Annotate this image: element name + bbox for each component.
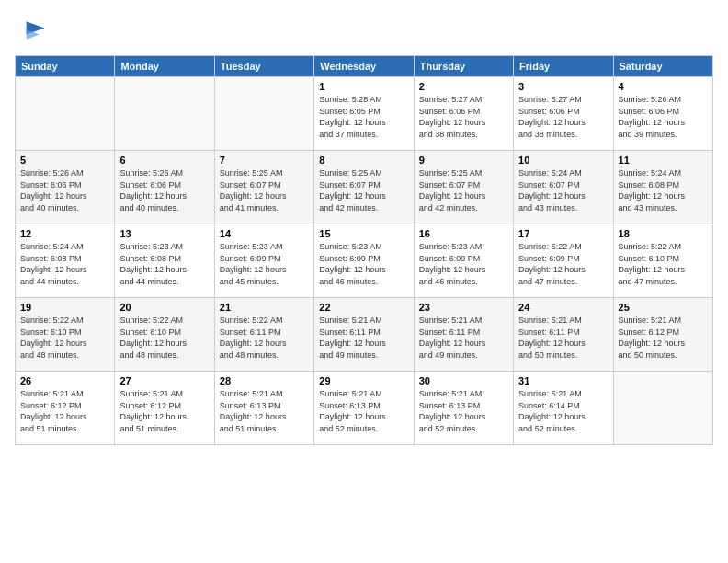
calendar-cell: 21Sunrise: 5:22 AMSunset: 6:11 PMDayligh… [214,298,313,372]
cell-info: Sunrise: 5:23 AMSunset: 6:09 PMDaylight:… [419,241,508,287]
day-number: 20 [119,302,209,313]
day-number: 9 [419,155,508,166]
day-number: 7 [220,155,309,166]
calendar-cell [16,77,115,151]
calendar-week-3: 12Sunrise: 5:24 AMSunset: 6:08 PMDayligh… [16,224,713,298]
cell-info: Sunrise: 5:21 AMSunset: 6:14 PMDaylight:… [518,388,608,434]
cell-info: Sunrise: 5:21 AMSunset: 6:11 PMDaylight:… [319,315,408,361]
calendar-cell: 1Sunrise: 5:28 AMSunset: 6:05 PMDaylight… [314,77,414,151]
calendar-cell: 9Sunrise: 5:25 AMSunset: 6:07 PMDaylight… [414,151,513,224]
logo-icon [15,15,48,48]
day-number: 25 [619,302,708,313]
cell-info: Sunrise: 5:21 AMSunset: 6:13 PMDaylight:… [419,388,508,434]
calendar-cell: 11Sunrise: 5:24 AMSunset: 6:08 PMDayligh… [613,151,712,224]
calendar-cell: 8Sunrise: 5:25 AMSunset: 6:07 PMDaylight… [314,151,414,224]
day-number: 22 [319,302,408,313]
cell-info: Sunrise: 5:25 AMSunset: 6:07 PMDaylight:… [319,167,408,213]
calendar-cell: 30Sunrise: 5:21 AMSunset: 6:13 PMDayligh… [414,372,513,445]
calendar-cell: 16Sunrise: 5:23 AMSunset: 6:09 PMDayligh… [414,224,513,298]
cell-info: Sunrise: 5:21 AMSunset: 6:12 PMDaylight:… [119,388,209,434]
day-number: 6 [119,155,209,166]
calendar-cell: 25Sunrise: 5:21 AMSunset: 6:12 PMDayligh… [613,298,712,372]
calendar-week-5: 26Sunrise: 5:21 AMSunset: 6:12 PMDayligh… [16,372,713,445]
cell-info: Sunrise: 5:22 AMSunset: 6:11 PMDaylight:… [220,315,309,361]
calendar-cell: 13Sunrise: 5:23 AMSunset: 6:08 PMDayligh… [115,224,214,298]
calendar-cell: 23Sunrise: 5:21 AMSunset: 6:11 PMDayligh… [414,298,513,372]
day-number: 10 [518,155,608,166]
cell-info: Sunrise: 5:21 AMSunset: 6:12 PMDaylight:… [619,315,708,361]
weekday-header-monday: Monday [115,56,214,77]
day-number: 18 [619,228,708,239]
calendar-cell: 19Sunrise: 5:22 AMSunset: 6:10 PMDayligh… [16,298,115,372]
cell-info: Sunrise: 5:21 AMSunset: 6:13 PMDaylight:… [319,388,408,434]
cell-info: Sunrise: 5:21 AMSunset: 6:11 PMDaylight:… [419,315,508,361]
day-number: 24 [518,302,608,313]
cell-info: Sunrise: 5:22 AMSunset: 6:10 PMDaylight:… [20,315,109,361]
calendar-cell: 18Sunrise: 5:22 AMSunset: 6:10 PMDayligh… [613,224,712,298]
day-number: 11 [619,155,708,166]
weekday-header-thursday: Thursday [414,56,513,77]
cell-info: Sunrise: 5:27 AMSunset: 6:06 PMDaylight:… [518,94,608,140]
cell-info: Sunrise: 5:22 AMSunset: 6:10 PMDaylight:… [119,315,209,361]
cell-info: Sunrise: 5:28 AMSunset: 6:05 PMDaylight:… [319,94,408,140]
calendar-cell: 7Sunrise: 5:25 AMSunset: 6:07 PMDaylight… [214,151,313,224]
day-number: 12 [20,228,109,239]
cell-info: Sunrise: 5:24 AMSunset: 6:08 PMDaylight:… [619,167,708,213]
day-number: 15 [319,228,408,239]
calendar-cell: 20Sunrise: 5:22 AMSunset: 6:10 PMDayligh… [115,298,214,372]
cell-info: Sunrise: 5:26 AMSunset: 6:06 PMDaylight:… [119,167,209,213]
cell-info: Sunrise: 5:21 AMSunset: 6:12 PMDaylight:… [20,388,109,434]
calendar-cell: 24Sunrise: 5:21 AMSunset: 6:11 PMDayligh… [514,298,613,372]
day-number: 2 [419,81,508,92]
calendar-cell: 27Sunrise: 5:21 AMSunset: 6:12 PMDayligh… [115,372,214,445]
weekday-header-tuesday: Tuesday [214,56,313,77]
cell-info: Sunrise: 5:25 AMSunset: 6:07 PMDaylight:… [220,167,309,213]
calendar-cell: 29Sunrise: 5:21 AMSunset: 6:13 PMDayligh… [314,372,414,445]
logo [15,15,51,48]
weekday-header-row: SundayMondayTuesdayWednesdayThursdayFrid… [16,56,713,77]
calendar-cell [214,77,313,151]
calendar-cell: 2Sunrise: 5:27 AMSunset: 6:06 PMDaylight… [414,77,513,151]
cell-info: Sunrise: 5:22 AMSunset: 6:09 PMDaylight:… [518,241,608,287]
calendar-week-2: 5Sunrise: 5:26 AMSunset: 6:06 PMDaylight… [16,151,713,224]
day-number: 14 [220,228,309,239]
cell-info: Sunrise: 5:24 AMSunset: 6:08 PMDaylight:… [20,241,109,287]
cell-info: Sunrise: 5:24 AMSunset: 6:07 PMDaylight:… [518,167,608,213]
cell-info: Sunrise: 5:23 AMSunset: 6:09 PMDaylight:… [319,241,408,287]
calendar-cell: 10Sunrise: 5:24 AMSunset: 6:07 PMDayligh… [514,151,613,224]
day-number: 29 [319,375,408,386]
weekday-header-sunday: Sunday [16,56,115,77]
calendar-cell: 3Sunrise: 5:27 AMSunset: 6:06 PMDaylight… [514,77,613,151]
weekday-header-saturday: Saturday [613,56,712,77]
calendar-cell: 22Sunrise: 5:21 AMSunset: 6:11 PMDayligh… [314,298,414,372]
calendar-cell: 17Sunrise: 5:22 AMSunset: 6:09 PMDayligh… [514,224,613,298]
calendar-cell: 6Sunrise: 5:26 AMSunset: 6:06 PMDaylight… [115,151,214,224]
cell-info: Sunrise: 5:25 AMSunset: 6:07 PMDaylight:… [419,167,508,213]
day-number: 8 [319,155,408,166]
day-number: 28 [220,375,309,386]
day-number: 19 [20,302,109,313]
calendar-cell: 26Sunrise: 5:21 AMSunset: 6:12 PMDayligh… [16,372,115,445]
cell-info: Sunrise: 5:22 AMSunset: 6:10 PMDaylight:… [619,241,708,287]
calendar-cell [115,77,214,151]
day-number: 17 [518,228,608,239]
day-number: 31 [518,375,608,386]
calendar-table: SundayMondayTuesdayWednesdayThursdayFrid… [15,55,713,445]
calendar-cell: 28Sunrise: 5:21 AMSunset: 6:13 PMDayligh… [214,372,313,445]
page-header [15,15,713,48]
cell-info: Sunrise: 5:23 AMSunset: 6:09 PMDaylight:… [220,241,309,287]
day-number: 21 [220,302,309,313]
day-number: 1 [319,81,408,92]
day-number: 26 [20,375,109,386]
calendar-body: 1Sunrise: 5:28 AMSunset: 6:05 PMDaylight… [16,77,713,445]
day-number: 27 [119,375,209,386]
day-number: 30 [419,375,508,386]
calendar-cell: 4Sunrise: 5:26 AMSunset: 6:06 PMDaylight… [613,77,712,151]
calendar-cell: 12Sunrise: 5:24 AMSunset: 6:08 PMDayligh… [16,224,115,298]
calendar-cell: 31Sunrise: 5:21 AMSunset: 6:14 PMDayligh… [514,372,613,445]
calendar-week-1: 1Sunrise: 5:28 AMSunset: 6:05 PMDaylight… [16,77,713,151]
cell-info: Sunrise: 5:23 AMSunset: 6:08 PMDaylight:… [119,241,209,287]
day-number: 4 [619,81,708,92]
weekday-header-friday: Friday [514,56,613,77]
cell-info: Sunrise: 5:21 AMSunset: 6:11 PMDaylight:… [518,315,608,361]
